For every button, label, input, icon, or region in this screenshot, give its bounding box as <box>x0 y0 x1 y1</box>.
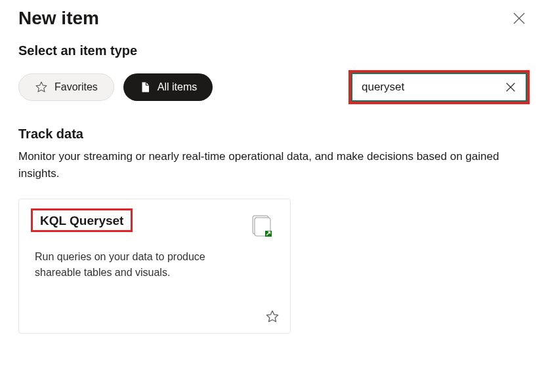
filter-pill-group: Favorites All items <box>18 73 213 101</box>
close-button[interactable] <box>509 8 530 29</box>
search-highlight-box <box>348 70 530 104</box>
clear-search-button[interactable] <box>502 79 519 96</box>
page-title: New item <box>18 8 99 29</box>
card-description: Run queries on your data to produce shar… <box>35 249 232 281</box>
section-title: Track data <box>18 127 530 142</box>
all-items-label: All items <box>158 81 197 93</box>
star-icon <box>265 309 280 324</box>
search-field-wrapper <box>351 73 527 102</box>
favorites-filter-button[interactable]: Favorites <box>18 73 114 101</box>
search-input[interactable] <box>362 81 502 94</box>
file-icon <box>139 81 151 93</box>
queryset-icon <box>251 215 273 240</box>
subtitle: Select an item type <box>18 43 530 58</box>
card-title: KQL Queryset <box>35 211 129 230</box>
all-items-filter-button[interactable]: All items <box>123 73 213 101</box>
favorite-toggle-button[interactable] <box>265 309 280 324</box>
favorites-label: Favorites <box>54 81 98 93</box>
close-icon <box>513 12 526 25</box>
filter-row: Favorites All items <box>18 68 530 107</box>
item-card-kql-queryset[interactable]: KQL Queryset Run queries on your data to… <box>18 199 291 334</box>
star-icon <box>35 81 48 94</box>
close-icon <box>505 81 516 93</box>
section-description: Monitor your streaming or nearly real-ti… <box>18 148 517 183</box>
